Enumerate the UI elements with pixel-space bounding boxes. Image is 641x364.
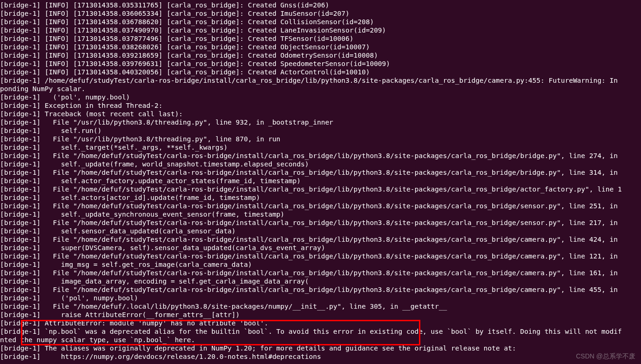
terminal-line: [bridge-1] [INFO] [1713014358.035311765]… [0, 1, 641, 9]
terminal-line: [bridge-1] File "/home/defuf/studyTest/c… [0, 285, 641, 294]
terminal-line: [bridge-1] /home/defuf/studyTest/carla-r… [0, 76, 641, 85]
terminal-line: [bridge-1] [INFO] [1713014358.036788620]… [0, 18, 641, 26]
terminal-line: [bridge-1] File "/home/defuf/studyTest/c… [0, 202, 641, 210]
terminal-line: [bridge-1] self.actors[actor_id].update(… [0, 193, 641, 202]
terminal-line: [bridge-1] File "/home/defuf/.local/lib/… [0, 302, 641, 311]
terminal-line: ponding NumPy scalar. [0, 85, 641, 93]
terminal-line: [bridge-1] Traceback (most recent call l… [0, 110, 641, 118]
terminal-line: [bridge-1] self._update(frame, world_sna… [0, 160, 641, 168]
terminal-line: [bridge-1] self.run() [0, 126, 641, 135]
terminal-line: [bridge-1] super(DVSCamera, self).sensor… [0, 244, 641, 252]
terminal-line: [bridge-1] AttributeError: module 'numpy… [0, 319, 641, 327]
terminal-line: [bridge-1] self._update_synchronous_even… [0, 210, 641, 218]
terminal-line: [bridge-1] [INFO] [1713014358.039769631]… [0, 60, 641, 68]
terminal-line: [bridge-1] https://numpy.org/devdocs/rel… [0, 352, 641, 361]
terminal-line: [bridge-1] ('pol', numpy.bool) [0, 294, 641, 302]
terminal-line: [bridge-1] Exception in thread Thread-2: [0, 101, 641, 110]
terminal-line: [bridge-1] File "/home/defuf/studyTest/c… [0, 218, 641, 227]
watermark-text: CSDN @总系学不废 [576, 352, 635, 360]
terminal-output[interactable]: [bridge-1] [INFO] [1713014358.035311765]… [0, 1, 641, 361]
terminal-line: [bridge-1] File "/home/defuf/studyTest/c… [0, 168, 641, 177]
terminal-line: [bridge-1] self._target(*self._args, **s… [0, 143, 641, 152]
terminal-line: [bridge-1] [INFO] [1713014358.036065334]… [0, 9, 641, 18]
terminal-line: [bridge-1] raise AttributeError(__former… [0, 311, 641, 319]
terminal-line: [bridge-1] File "/home/defuf/studyTest/c… [0, 269, 641, 277]
terminal-line: [bridge-1] [INFO] [1713014358.039218659]… [0, 51, 641, 60]
terminal-line: [bridge-1] image_data_array, encoding = … [0, 277, 641, 285]
terminal-line: [bridge-1] [INFO] [1713014358.037490970]… [0, 26, 641, 34]
terminal-line: [bridge-1] [INFO] [1713014358.037877496]… [0, 34, 641, 43]
terminal-line: [bridge-1] File "/home/defuf/studyTest/c… [0, 185, 641, 193]
terminal-line: [bridge-1] File "/home/defuf/studyTest/c… [0, 235, 641, 244]
terminal-line: [bridge-1] [INFO] [1713014358.040320056]… [0, 68, 641, 76]
terminal-line: [bridge-1] self.sensor_data_updated(carl… [0, 227, 641, 235]
terminal-line: [bridge-1] ('pol', numpy.bool) [0, 93, 641, 101]
terminal-line: [bridge-1] [INFO] [1713014358.038268026]… [0, 43, 641, 51]
terminal-line: [bridge-1] The aliases was originally de… [0, 344, 641, 352]
terminal-line: [bridge-1] File "/home/defuf/studyTest/c… [0, 252, 641, 260]
terminal-line: [bridge-1] File "/usr/lib/python3.8/thre… [0, 135, 641, 143]
terminal-line: [bridge-1] self.actor_factory.update_act… [0, 177, 641, 185]
terminal-line: nted the numpy scalar type, use `np.bool… [0, 336, 641, 344]
terminal-line: [bridge-1] `np.bool` was a deprecated al… [0, 327, 641, 336]
terminal-line: [bridge-1] img_msg = self.get_ros_image(… [0, 260, 641, 269]
terminal-line: [bridge-1] File "/home/defuf/studyTest/c… [0, 152, 641, 160]
terminal-line: [bridge-1] File "/usr/lib/python3.8/thre… [0, 118, 641, 126]
